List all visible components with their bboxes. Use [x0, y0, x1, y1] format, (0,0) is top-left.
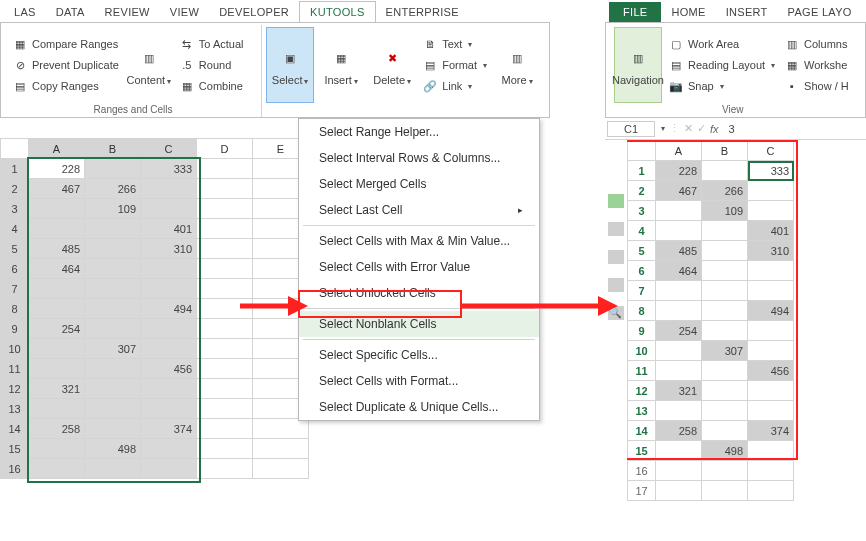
cell-B6[interactable] — [85, 259, 141, 279]
cell-r-C2[interactable] — [748, 181, 794, 201]
more-dropdown-button[interactable]: ▥More▾ — [493, 27, 541, 103]
confirm-icon[interactable]: ✓ — [697, 122, 706, 135]
cell-r-C12[interactable] — [748, 381, 794, 401]
cell-r-B9[interactable] — [702, 321, 748, 341]
cell-B10[interactable]: 307 — [85, 339, 141, 359]
dropdown-item-2[interactable]: Select Merged Cells — [299, 171, 539, 197]
cell-D12[interactable] — [197, 379, 253, 399]
cell-B14[interactable] — [85, 419, 141, 439]
dropdown-item-3[interactable]: Select Last Cell▸ — [299, 197, 539, 223]
cell-r-B14[interactable] — [702, 421, 748, 441]
cell-B9[interactable] — [85, 319, 141, 339]
cell-A4[interactable] — [29, 219, 85, 239]
cell-B7[interactable] — [85, 279, 141, 299]
row-header-r-1[interactable]: 1 — [628, 161, 656, 181]
row-header-16[interactable]: 16 — [1, 459, 29, 479]
row-header-11[interactable]: 11 — [1, 359, 29, 379]
cell-C13[interactable] — [141, 399, 197, 419]
cell-A14[interactable]: 258 — [29, 419, 85, 439]
columns-button[interactable]: ▥Columns — [781, 34, 852, 54]
cell-A8[interactable] — [29, 299, 85, 319]
tab-file[interactable]: FILE — [609, 2, 661, 22]
cell-D15[interactable] — [197, 439, 253, 459]
tab-kutools[interactable]: KUTOOLS — [299, 1, 375, 22]
row-header-r-16[interactable]: 16 — [628, 461, 656, 481]
row-header-3[interactable]: 3 — [1, 199, 29, 219]
row-header-r-4[interactable]: 4 — [628, 221, 656, 241]
row-header-r-5[interactable]: 5 — [628, 241, 656, 261]
cell-D2[interactable] — [197, 179, 253, 199]
cell-B15[interactable]: 498 — [85, 439, 141, 459]
row-header-r-6[interactable]: 6 — [628, 261, 656, 281]
cell-r-A2[interactable]: 467 — [656, 181, 702, 201]
cell-r-A13[interactable] — [656, 401, 702, 421]
cell-r-B4[interactable] — [702, 221, 748, 241]
cell-B2[interactable]: 266 — [85, 179, 141, 199]
cell-D5[interactable] — [197, 239, 253, 259]
cell-r-C5[interactable]: 310 — [748, 241, 794, 261]
dropdown-item-0[interactable]: Select Range Helper... — [299, 119, 539, 145]
cell-D6[interactable] — [197, 259, 253, 279]
cell-r-B5[interactable] — [702, 241, 748, 261]
row-header-8[interactable]: 8 — [1, 299, 29, 319]
cell-D3[interactable] — [197, 199, 253, 219]
cell-A9[interactable]: 254 — [29, 319, 85, 339]
row-header-5[interactable]: 5 — [1, 239, 29, 259]
snap-button[interactable]: 📷Snap▾ — [665, 76, 778, 96]
col-header-r-C[interactable]: C — [748, 141, 794, 161]
cell-r-C10[interactable] — [748, 341, 794, 361]
cell-r-A10[interactable] — [656, 341, 702, 361]
col-header-A[interactable]: A — [29, 139, 85, 159]
cell-B8[interactable] — [85, 299, 141, 319]
row-header-r-9[interactable]: 9 — [628, 321, 656, 341]
row-header-10[interactable]: 10 — [1, 339, 29, 359]
col-header-r-A[interactable]: A — [656, 141, 702, 161]
tab-insert[interactable]: INSERT — [716, 2, 778, 22]
fx-icon[interactable]: fx — [710, 123, 719, 135]
tab-data[interactable]: DATA — [46, 2, 95, 22]
cell-C3[interactable] — [141, 199, 197, 219]
cell-C4[interactable]: 401 — [141, 219, 197, 239]
row-header-1[interactable]: 1 — [1, 159, 29, 179]
cell-C11[interactable]: 456 — [141, 359, 197, 379]
cell-A15[interactable] — [29, 439, 85, 459]
select-dropdown-button[interactable]: ▣Select▾ — [266, 27, 314, 103]
tab-home[interactable]: HOME — [661, 2, 715, 22]
tab-pagelayout[interactable]: PAGE LAYO — [778, 2, 862, 22]
to-actual-button[interactable]: ⇆To Actual — [176, 34, 247, 54]
col-header-D[interactable]: D — [197, 139, 253, 159]
link-button[interactable]: 🔗Link▾ — [419, 76, 490, 96]
delete-dropdown-button[interactable]: ✖Delete▾ — [368, 27, 416, 103]
cell-r-A7[interactable] — [656, 281, 702, 301]
copy-ranges-button[interactable]: ▤Copy Ranges — [9, 76, 122, 96]
cell-A13[interactable] — [29, 399, 85, 419]
cell-r-A5[interactable]: 485 — [656, 241, 702, 261]
row-header-r-11[interactable]: 11 — [628, 361, 656, 381]
cell-D10[interactable] — [197, 339, 253, 359]
row-header-r-17[interactable]: 17 — [628, 481, 656, 501]
select-all-corner-r[interactable] — [628, 141, 656, 161]
namebox-caret-icon[interactable]: ▾ — [661, 124, 665, 133]
cell-E16[interactable] — [253, 459, 309, 479]
row-header-r-10[interactable]: 10 — [628, 341, 656, 361]
row-header-2[interactable]: 2 — [1, 179, 29, 199]
row-header-r-14[interactable]: 14 — [628, 421, 656, 441]
cell-D16[interactable] — [197, 459, 253, 479]
cell-r-A3[interactable] — [656, 201, 702, 221]
cell-r-A17[interactable] — [656, 481, 702, 501]
cell-B5[interactable] — [85, 239, 141, 259]
cell-B4[interactable] — [85, 219, 141, 239]
cell-r-C11[interactable]: 456 — [748, 361, 794, 381]
cell-r-C6[interactable] — [748, 261, 794, 281]
show-hide-button[interactable]: ▪Show / H — [781, 76, 852, 96]
side-icon-1[interactable] — [608, 194, 624, 208]
row-header-r-12[interactable]: 12 — [628, 381, 656, 401]
cell-C9[interactable] — [141, 319, 197, 339]
cell-A12[interactable]: 321 — [29, 379, 85, 399]
dropdown-item-9[interactable]: Select Cells with Format... — [299, 368, 539, 394]
cancel-icon[interactable]: ✕ — [684, 122, 693, 135]
cell-D14[interactable] — [197, 419, 253, 439]
insert-dropdown-button[interactable]: ▦Insert▾ — [317, 27, 365, 103]
tab-las[interactable]: LAS — [4, 2, 46, 22]
row-header-14[interactable]: 14 — [1, 419, 29, 439]
